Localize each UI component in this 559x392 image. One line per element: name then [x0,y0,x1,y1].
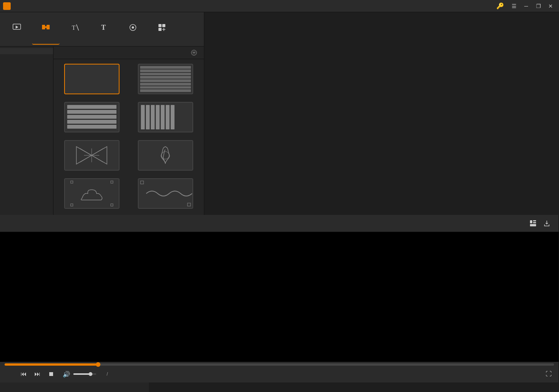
minimize-button[interactable]: ─ [521,2,532,10]
media-icon [12,23,21,34]
control-row: ⏮ ⏭ ⏹ 🔊 / ⛶ [5,369,554,379]
toolbar-transition[interactable] [32,14,60,45]
volume-bar[interactable] [73,373,96,375]
volume-control: 🔊 [61,369,96,379]
video-area [0,232,559,362]
fullscreen-button[interactable]: ⛶ [543,369,554,379]
elements-icon [157,23,166,34]
svg-text:T: T [101,24,106,31]
toolbar: T T [0,12,204,47]
close-button[interactable]: ✕ [545,2,556,10]
transition-thumb-cloud [64,178,120,209]
stop-button[interactable]: ⏹ [46,369,57,379]
properties-panel [0,382,149,392]
toolbar-effect[interactable]: T [61,14,89,45]
play-button[interactable] [5,369,15,379]
progress-fill [5,363,98,366]
toolbar-media[interactable] [3,14,31,45]
transition-cloud[interactable] [57,177,127,212]
titlebar: 🔑 ☰ ─ ❐ ✕ [0,0,559,12]
menu-button[interactable]: ☰ [509,2,519,10]
svg-rect-8 [158,24,162,27]
transition-grid-area [53,47,204,215]
time-total: / [105,371,108,377]
svg-rect-19 [139,141,192,170]
transition-blind-h1[interactable] [57,100,127,136]
svg-rect-9 [162,24,165,27]
text-icon: T [99,23,108,34]
transition-advanced-mosaic[interactable] [57,62,127,97]
settings-icon[interactable]: 🔑 [496,2,504,10]
svg-rect-30 [533,220,536,221]
transition-grid [53,59,204,215]
player-header [0,215,559,232]
transition-blind-v1[interactable] [130,100,201,136]
svg-rect-10 [158,28,162,31]
app-logo [3,2,11,10]
category-all[interactable] [0,48,53,54]
category-diagonals[interactable] [0,60,53,66]
svg-text:T: T [72,24,76,31]
svg-rect-1 [42,25,45,29]
rewind-button[interactable]: ⏮ [18,369,29,379]
template-button[interactable] [530,220,539,227]
category-reveals[interactable] [0,79,53,85]
forward-button[interactable]: ⏭ [32,369,43,379]
download-youtube-btn[interactable] [191,50,199,56]
transition-wave[interactable] [130,177,201,212]
svg-rect-32 [530,224,536,226]
transition-bowtie-v[interactable] [57,139,127,174]
toolbar-elements[interactable] [148,14,176,45]
category-iris[interactable] [0,66,53,73]
effect-icon: T [70,23,79,34]
transition-blind[interactable] [130,62,201,97]
top-section: T T [0,12,559,392]
volume-fill [73,373,90,375]
transition-thumb-wave [138,178,193,209]
transition-thumb-blind-h1 [64,102,120,132]
category-sidebar [0,47,53,215]
player-panel: ⏮ ⏭ ⏹ 🔊 / ⛶ [0,215,559,382]
category-pagepeel[interactable] [0,73,53,79]
player-actions [530,220,553,227]
motion-icon [128,23,137,34]
left-panel: T T [0,12,204,215]
transition-thumb-blind-v1 [138,102,193,132]
progress-thumb[interactable] [96,362,100,367]
svg-line-4 [76,24,79,31]
transition-thumb-bowtie [64,140,120,171]
svg-rect-2 [47,25,50,29]
video-display [0,232,559,362]
export-button[interactable] [543,220,553,227]
progress-bar[interactable] [5,363,554,366]
toolbar-text[interactable]: T [90,14,118,45]
svg-point-7 [132,26,134,29]
category-advance[interactable] [0,54,53,60]
svg-rect-29 [530,220,532,223]
toolbar-motion[interactable] [119,14,147,45]
transition-thumb-blind [138,64,193,94]
transition-header [53,47,204,59]
transition-panel [0,47,204,215]
transition-icon [41,23,50,34]
transition-thumb-mosaic [64,64,120,94]
category-wipe[interactable] [0,85,53,91]
restore-button[interactable]: ❐ [533,2,544,10]
svg-rect-31 [533,222,536,223]
app-wrapper: 🔑 ☰ ─ ❐ ✕ T [0,0,559,392]
transition-thumb-burn [138,140,193,171]
volume-button[interactable]: 🔊 [61,369,72,379]
player-controls: ⏮ ⏭ ⏹ 🔊 / ⛶ [0,362,559,382]
transition-burn[interactable] [130,139,201,174]
video-preview-canvas [192,232,367,362]
volume-thumb [89,372,92,376]
window-controls: ☰ ─ ❐ ✕ [509,2,556,10]
